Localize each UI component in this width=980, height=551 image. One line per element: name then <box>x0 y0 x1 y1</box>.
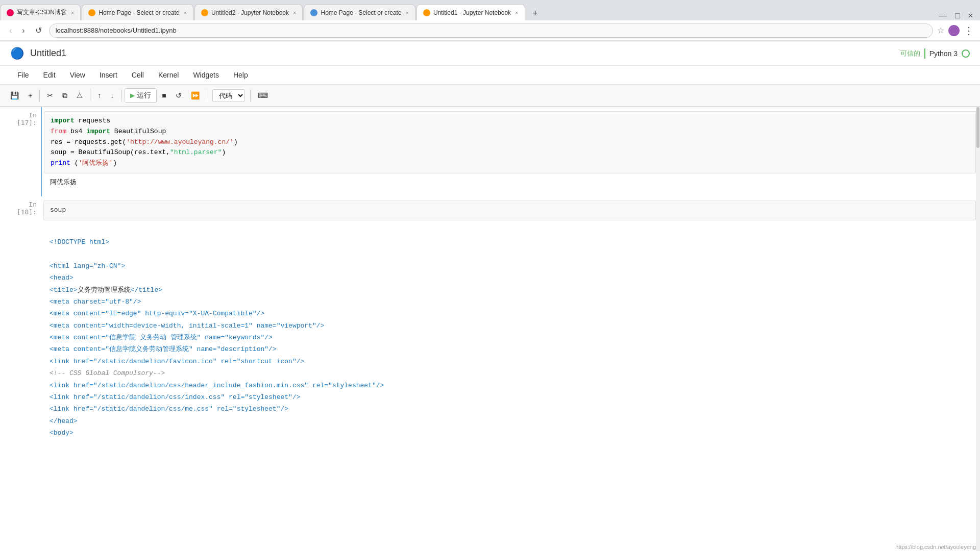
cell-17-code[interactable]: import requests from bs4 import Beautifu… <box>44 111 976 173</box>
minimize-button[interactable]: — <box>936 11 950 20</box>
window-controls: — □ × <box>936 11 980 20</box>
tab-untitled2[interactable]: Untitled2 - Jupyter Notebook × <box>194 4 303 20</box>
tab-icon-untitled2 <box>201 9 208 16</box>
menu-kernel[interactable]: Kernel <box>151 69 186 81</box>
url-text: localhost:8888/notebooks/Untitled1.ipynb <box>56 27 177 34</box>
tab-label-home2: Home Page - Select or create <box>321 9 401 16</box>
keyboard-button[interactable]: ⌨ <box>254 89 272 102</box>
cell-type-select[interactable]: 代码 <box>212 89 245 102</box>
status-url: https://blog.csdn.net/ayouleyang <box>895 544 976 550</box>
tab-untitled1[interactable]: Untitled1 - Jupyter Notebook × <box>416 4 525 20</box>
stop-button[interactable]: ■ <box>158 89 170 102</box>
tab-close-csdn[interactable]: × <box>71 10 74 16</box>
cell-18-output-text: <!DOCTYPE html> <html lang="zh-CN"> <hea… <box>50 224 970 451</box>
toolbar-sep-4 <box>207 89 207 102</box>
tab-icon-untitled1 <box>423 9 430 16</box>
cut-button[interactable]: ✂ <box>43 89 57 102</box>
close-button[interactable]: × <box>965 11 976 20</box>
jupyter-menu: File Edit View Insert Cell Kernel Widget… <box>0 66 980 84</box>
tab-csdn[interactable]: 写文章-CSDN博客 × <box>0 4 81 20</box>
menu-file[interactable]: File <box>10 69 36 81</box>
toolbar-sep-5 <box>250 89 251 102</box>
scrollbar[interactable] <box>976 107 980 551</box>
forward-button[interactable]: › <box>19 25 28 36</box>
tab-label-csdn: 写文章-CSDN博客 <box>17 8 67 17</box>
kernel-name-label: Python 3 <box>929 49 958 58</box>
address-bar: ‹ › ↺ localhost:8888/notebooks/Untitled1… <box>0 20 980 41</box>
kernel-status-indicator <box>962 49 970 58</box>
run-button[interactable]: ▶ 运行 <box>125 88 157 103</box>
cell-17-content[interactable]: import requests from bs4 import Beautifu… <box>41 107 980 196</box>
tab-label-untitled1: Untitled1 - Jupyter Notebook <box>433 9 511 16</box>
move-down-button[interactable]: ↓ <box>106 89 118 102</box>
jupyter-header: 🔵 Untitled1 可信的 Python 3 File Edit View … <box>0 41 980 107</box>
restart-run-button[interactable]: ⏩ <box>187 89 204 102</box>
toolbar-sep-3 <box>121 89 121 102</box>
cell-18-code[interactable]: soup <box>43 201 976 220</box>
cell-17-prompt: In [17]: <box>0 107 41 196</box>
copy-button[interactable]: ⧉ <box>58 89 71 103</box>
notebook-title[interactable]: Untitled1 <box>30 48 66 59</box>
cell-18[interactable]: In [18]: soup <!DOCTYPE html> <html lang… <box>0 196 980 459</box>
toolbar-sep-2 <box>90 89 90 102</box>
notebook-content[interactable]: In [17]: import requests from bs4 import… <box>0 107 980 551</box>
tab-icon-home2 <box>310 9 317 16</box>
cell-18-output: <!DOCTYPE html> <html lang="zh-CN"> <hea… <box>43 220 976 455</box>
save-button[interactable]: 💾 <box>6 89 23 102</box>
maximize-button[interactable]: □ <box>952 11 963 20</box>
cell-17-output-text: 阿优乐扬 <box>50 179 77 186</box>
toolbar-sep-1 <box>39 89 40 102</box>
add-cell-button[interactable]: + <box>24 89 36 102</box>
cell-18-prompt: In [18]: <box>0 196 41 459</box>
menu-cell[interactable]: Cell <box>125 69 151 81</box>
browser-menu-button[interactable]: ⋮ <box>964 24 974 37</box>
paste-button[interactable]: ⧊ <box>72 89 87 103</box>
tab-label-untitled2: Untitled2 - Jupyter Notebook <box>211 9 289 16</box>
tab-close-home2[interactable]: × <box>406 10 409 16</box>
jupyter-logo: 🔵 <box>10 47 24 60</box>
move-up-button[interactable]: ↑ <box>93 89 105 102</box>
extension-button[interactable] <box>948 25 960 36</box>
tab-close-untitled1[interactable]: × <box>515 10 518 16</box>
kernel-divider <box>924 48 925 59</box>
run-label: 运行 <box>137 91 151 100</box>
menu-view[interactable]: View <box>63 69 92 81</box>
tab-close-home1[interactable]: × <box>184 10 187 16</box>
kernel-info: 可信的 Python 3 <box>900 48 970 59</box>
browser-frame: 写文章-CSDN博客 × Home Page - Select or creat… <box>0 0 980 41</box>
jupyter-title-bar: 🔵 Untitled1 可信的 Python 3 <box>0 41 980 66</box>
cell-17-output: 阿优乐扬 <box>44 173 976 192</box>
back-button[interactable]: ‹ <box>6 25 15 36</box>
tab-label-home1: Home Page - Select or create <box>99 9 179 16</box>
menu-edit[interactable]: Edit <box>36 69 63 81</box>
url-input[interactable]: localhost:8888/notebooks/Untitled1.ipynb <box>49 23 933 38</box>
tab-icon-home1 <box>88 9 95 16</box>
run-icon: ▶ <box>130 92 135 99</box>
tab-close-untitled2[interactable]: × <box>293 10 296 16</box>
tab-bar: 写文章-CSDN博客 × Home Page - Select or creat… <box>0 0 980 20</box>
toolbar: 💾 + ✂ ⧉ ⧊ ↑ ↓ ▶ 运行 ■ ↺ ⏩ 代码 ⌨ <box>0 84 980 107</box>
restart-button[interactable]: ↺ <box>172 89 186 102</box>
kernel-trusted-label: 可信的 <box>900 49 920 58</box>
bookmark-icon[interactable]: ☆ <box>937 26 944 35</box>
reload-button[interactable]: ↺ <box>32 24 45 36</box>
tab-icon-csdn <box>7 9 14 16</box>
tab-home2[interactable]: Home Page - Select or create × <box>304 4 415 20</box>
scrollbar-thumb[interactable] <box>976 107 979 148</box>
new-tab-button[interactable]: + <box>528 6 543 20</box>
cell-18-content[interactable]: soup <!DOCTYPE html> <html lang="zh-CN">… <box>41 196 980 459</box>
cell-17[interactable]: In [17]: import requests from bs4 import… <box>0 107 980 196</box>
menu-insert[interactable]: Insert <box>92 69 125 81</box>
tab-home1[interactable]: Home Page - Select or create × <box>82 4 193 20</box>
menu-widgets[interactable]: Widgets <box>186 69 226 81</box>
menu-help[interactable]: Help <box>226 69 255 81</box>
status-bar: https://blog.csdn.net/ayouleyang <box>891 543 980 551</box>
